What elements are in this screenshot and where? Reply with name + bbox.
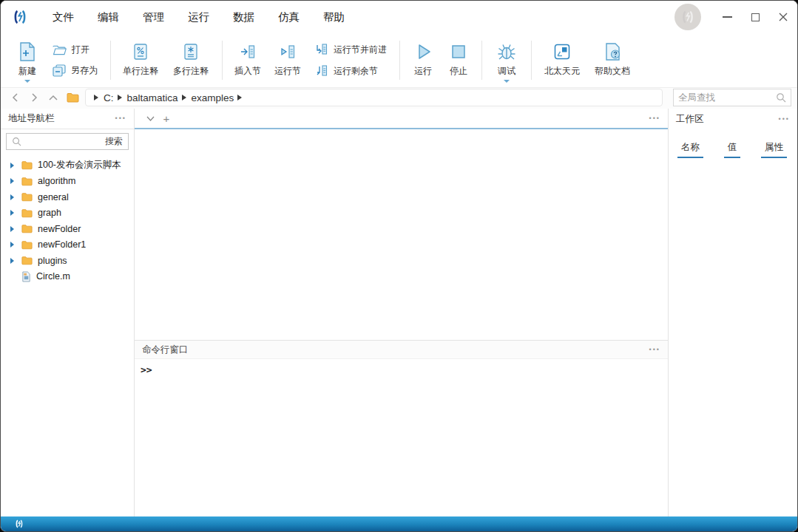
new-file-button[interactable]: 新建: [10, 35, 45, 86]
insert-section-button[interactable]: 插入节: [228, 35, 268, 86]
new-tab-button[interactable]: +: [158, 110, 175, 126]
run-button[interactable]: 运行: [405, 35, 441, 86]
tree-item[interactable]: general: [1, 189, 134, 205]
tree-item[interactable]: newFolder: [1, 221, 134, 237]
workspace-column-header[interactable]: 值: [724, 141, 741, 158]
menu-item[interactable]: 仿真: [266, 6, 311, 29]
tree-item-label: graph: [38, 208, 61, 218]
expand-arrow-icon[interactable]: [10, 242, 16, 248]
sidebar-search-button[interactable]: 搜索: [105, 135, 123, 148]
file-browser-header: 地址导航栏 •••: [1, 109, 134, 129]
more-menu-icon[interactable]: •••: [649, 347, 660, 353]
tree-item-label: 100-发布会演示脚本: [38, 159, 121, 171]
minimize-button[interactable]: [713, 5, 741, 29]
titlebar-right: [674, 4, 797, 30]
file-browser-panel: 地址导航栏 ••• 搜索: [1, 109, 135, 516]
editor-content[interactable]: [135, 129, 668, 340]
debug-bug-icon: [496, 40, 517, 64]
tree-item[interactable]: Circle.m: [1, 269, 134, 285]
expand-arrow-icon[interactable]: [10, 258, 16, 264]
menu-item[interactable]: 管理: [131, 6, 176, 29]
run-section-advance-button[interactable]: 运行节并前进: [311, 41, 391, 58]
open-button[interactable]: 打开: [48, 42, 102, 58]
multi-line-comment-icon: [182, 40, 200, 64]
menu-item[interactable]: 文件: [41, 6, 86, 29]
baltam-zhenyuan-icon: [552, 40, 572, 64]
address-bar: C: baltamatica examples: [1, 88, 797, 109]
app-logo-icon: [11, 8, 29, 26]
command-window-title: 命令行窗口: [142, 344, 189, 356]
chevron-down-icon: [146, 116, 155, 121]
more-menu-icon[interactable]: •••: [649, 115, 660, 122]
file-browser-title: 地址导航栏: [8, 112, 55, 125]
baltam-zhenyuan-button[interactable]: 北太天元: [537, 35, 587, 86]
multi-line-comment-button[interactable]: 多行注释: [165, 35, 217, 86]
main-area: 地址导航栏 ••• 搜索: [1, 109, 797, 516]
breadcrumb-segment[interactable]: examples: [190, 92, 236, 103]
menu-item[interactable]: 帮助: [311, 6, 356, 29]
tree-item[interactable]: newFolder1: [1, 237, 134, 253]
tree-item-label: plugins: [38, 256, 67, 266]
stop-button[interactable]: 停止: [441, 35, 476, 86]
tree-item-label: newFolder1: [38, 239, 86, 250]
help-docs-button[interactable]: 帮助文档: [587, 35, 638, 86]
folder-icon: [21, 224, 33, 233]
more-menu-icon[interactable]: •••: [115, 115, 126, 122]
tab-list-button[interactable]: [142, 110, 158, 126]
toolbar-divider: [110, 41, 111, 80]
menu-item[interactable]: 运行: [176, 6, 221, 29]
breadcrumb[interactable]: C: baltamatica examples: [85, 89, 663, 106]
menu-item[interactable]: 数据: [221, 6, 266, 29]
current-folder-button[interactable]: [66, 90, 79, 105]
breadcrumb-arrow-icon: [182, 95, 186, 100]
nav-up-button[interactable]: [47, 90, 60, 105]
more-menu-icon[interactable]: •••: [779, 116, 790, 123]
folder-icon: [21, 240, 33, 250]
breadcrumb-segment[interactable]: C:: [102, 92, 115, 103]
toolbar-divider: [531, 41, 532, 80]
run-remaining-sections-icon: [315, 64, 328, 78]
help-docs-icon: [603, 40, 622, 64]
toolbar: 新建 打开 另存为: [1, 33, 797, 88]
run-section-button[interactable]: 运行节: [268, 35, 308, 86]
close-button[interactable]: [769, 5, 797, 29]
breadcrumb-arrow-icon: [237, 95, 242, 100]
status-logo-icon: [14, 519, 24, 529]
open-folder-icon: [53, 44, 67, 55]
folder-icon: [21, 208, 33, 218]
tree-item[interactable]: algorithm: [1, 174, 134, 190]
sidebar-search-input[interactable]: [25, 137, 105, 147]
expand-arrow-icon[interactable]: [10, 178, 16, 184]
insert-section-icon: [240, 40, 256, 64]
workspace-column-header[interactable]: 属性: [761, 141, 787, 158]
debug-button[interactable]: 调试: [487, 35, 526, 86]
expand-arrow-icon[interactable]: [10, 163, 16, 168]
tree-item[interactable]: graph: [1, 205, 134, 222]
chevron-down-icon: [24, 80, 30, 83]
single-line-comment-button[interactable]: 单行注释: [116, 35, 165, 86]
command-window-input[interactable]: >>: [135, 359, 668, 516]
folder-icon: [21, 192, 33, 202]
workspace-header: 工作区 •••: [669, 109, 797, 129]
save-as-button[interactable]: 另存为: [48, 63, 102, 78]
script-file-icon: [21, 271, 31, 282]
expand-arrow-icon[interactable]: [10, 226, 16, 232]
global-search-input[interactable]: [678, 92, 776, 103]
nav-forward-button[interactable]: [27, 90, 41, 105]
tree-item-label: algorithm: [38, 176, 75, 186]
menu-item[interactable]: 编辑: [86, 6, 131, 29]
toolbar-divider: [399, 41, 400, 80]
expand-arrow-icon[interactable]: [10, 273, 16, 279]
maximize-icon: [751, 13, 760, 21]
expand-arrow-icon[interactable]: [10, 194, 16, 200]
command-window-header: 命令行窗口 •••: [135, 340, 668, 359]
maximize-button[interactable]: [741, 5, 769, 29]
tree-item[interactable]: plugins: [1, 253, 134, 269]
tree-item[interactable]: 100-发布会演示脚本: [1, 157, 134, 174]
expand-arrow-icon[interactable]: [10, 210, 16, 216]
workspace-column-header[interactable]: 名称: [677, 141, 703, 158]
chevron-left-icon: [12, 93, 18, 102]
run-remaining-sections-button[interactable]: 运行剩余节: [311, 63, 391, 79]
breadcrumb-segment[interactable]: baltamatica: [126, 92, 180, 103]
nav-back-button[interactable]: [8, 90, 21, 105]
